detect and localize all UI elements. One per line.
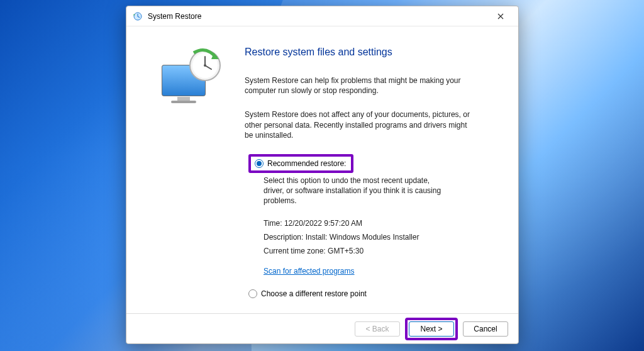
radio-recommended[interactable]: [255, 159, 264, 168]
recommended-highlight: Recommended restore:: [248, 154, 353, 173]
main-panel: Restore system files and settings System…: [241, 34, 504, 308]
close-button[interactable]: [488, 8, 513, 25]
recommended-restore-label[interactable]: Recommended restore:: [267, 159, 346, 168]
restore-description: Description: Install: Windows Modules In…: [264, 233, 501, 242]
page-heading: Restore system files and settings: [245, 47, 501, 58]
cancel-button[interactable]: Cancel: [463, 321, 508, 337]
intro-paragraph-2: System Restore does not affect any of yo…: [245, 109, 477, 140]
intro-paragraph-1: System Restore can help fix problems tha…: [245, 75, 477, 96]
radio-choose-different[interactable]: [248, 289, 257, 298]
restore-timezone: Current time zone: GMT+5:30: [264, 247, 501, 255]
content-area: Restore system files and settings System…: [126, 26, 518, 313]
svg-rect-4: [171, 101, 196, 103]
titlebar: System Restore: [126, 6, 518, 26]
scan-affected-programs-link[interactable]: Scan for affected programs: [264, 267, 355, 276]
system-restore-icon: [133, 11, 143, 21]
back-button: < Back: [355, 321, 400, 337]
choose-different-label: Choose a different restore point: [261, 289, 367, 298]
next-highlight: Next >: [405, 318, 458, 340]
recommended-subdesc: Select this option to undo the most rece…: [264, 176, 452, 206]
restore-time: Time: 12/20/2022 9:57:20 AM: [264, 219, 501, 228]
choose-different-row[interactable]: Choose a different restore point: [248, 289, 501, 298]
footer-buttons: < Back Next > Cancel: [126, 313, 518, 343]
system-restore-dialog: System Restore: [126, 6, 519, 344]
svg-rect-3: [177, 97, 190, 101]
window-title: System Restore: [148, 12, 488, 21]
wizard-artwork: [140, 34, 241, 308]
close-icon: [497, 13, 504, 20]
next-button[interactable]: Next >: [409, 321, 454, 337]
svg-point-7: [204, 64, 206, 67]
